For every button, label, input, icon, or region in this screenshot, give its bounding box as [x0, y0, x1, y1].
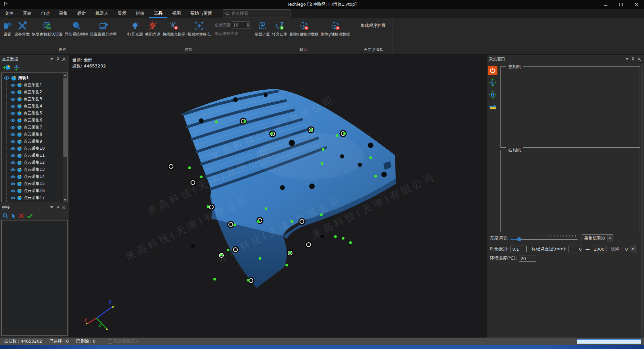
eye-icon[interactable] [10, 182, 15, 186]
sync-clock-button[interactable]: 同步系统时钟 [64, 20, 88, 38]
chevron-down-icon[interactable] [624, 56, 630, 62]
confirm-brightness-button[interactable]: 确认修改亮度 [214, 31, 250, 37]
menu-splice[interactable]: 拼接 [131, 9, 149, 18]
left-camera-view[interactable]: 左相机 [500, 66, 640, 148]
splice-content-area[interactable] [1, 220, 68, 336]
viewport-3d[interactable]: 当前: 全部 点数: 44653202 [69, 55, 487, 338]
tree-scrollbar[interactable]: ▲ ▼ [63, 73, 67, 202]
tree-item[interactable]: 点云采集4 [2, 103, 63, 110]
eye-icon[interactable] [10, 118, 15, 122]
tree-item[interactable]: 点云采集13 [2, 166, 63, 173]
eye-icon[interactable] [10, 104, 15, 108]
menu-file[interactable]: 文件 [0, 9, 18, 18]
marker-min-input[interactable] [569, 246, 583, 252]
maximize-button[interactable] [613, 0, 629, 9]
delete-y-calib-button[interactable]: y 删除y轴校准数据 [320, 20, 350, 38]
video-resolution-button[interactable]: 设置视频分辨率 [90, 20, 117, 38]
marker-max-input[interactable] [592, 246, 606, 252]
scroll-up-icon[interactable]: ▲ [63, 73, 67, 77]
chevron-down-icon[interactable] [49, 56, 55, 62]
add-pointcloud-icon[interactable] [3, 65, 10, 70]
eye-icon[interactable] [10, 83, 15, 87]
load-program-extension-button[interactable]: 加载程序扩展 [357, 20, 389, 31]
tree-item[interactable]: 点云采集14 [2, 173, 63, 180]
eye-icon[interactable] [10, 90, 15, 94]
eye-icon[interactable] [10, 140, 15, 144]
close-panel-icon[interactable] [61, 205, 67, 210]
tree-item[interactable]: 点云采集6 [2, 117, 63, 124]
tree-item[interactable]: 点云采集11 [2, 152, 63, 159]
tree-item[interactable]: 点云采集8 [2, 131, 63, 138]
zoom-select-icon[interactable] [3, 213, 8, 218]
menu-auto[interactable]: 自动 [36, 9, 54, 18]
eye-icon[interactable] [10, 154, 15, 158]
pin-icon[interactable] [55, 56, 61, 62]
minimize-button[interactable] [598, 0, 613, 9]
menu-start[interactable]: 开始 [18, 9, 36, 18]
eye-icon[interactable] [4, 76, 9, 80]
close-button[interactable] [629, 0, 644, 9]
delete-selection-icon[interactable] [19, 213, 24, 218]
left-camera-button[interactable]: L [488, 78, 497, 87]
confirm-selection-icon[interactable] [27, 214, 33, 218]
tree-item[interactable]: 点云采集9 [2, 138, 63, 145]
scroll-thumb[interactable] [63, 78, 67, 157]
checkbox-icon[interactable] [108, 339, 112, 344]
tree-item[interactable]: 点云采集1 [2, 82, 63, 89]
eye-icon[interactable] [10, 133, 15, 137]
eye-icon[interactable] [10, 111, 15, 115]
focus-mark-button[interactable]: 投射对焦标志 [187, 20, 211, 38]
pin-icon[interactable] [630, 56, 636, 62]
delete-x-calib-button[interactable]: x 删除x轴校准数据 [289, 20, 319, 38]
eye-icon[interactable] [10, 97, 15, 101]
eye-icon[interactable] [10, 126, 15, 130]
stabilize-combo[interactable]: 0 ▼ [623, 245, 636, 253]
chevron-down-icon[interactable]: ▼ [630, 246, 636, 252]
menu-robot[interactable]: 机器人 [91, 9, 113, 18]
spinner-arrows-icon[interactable]: ▲▼ [247, 22, 249, 28]
tree-item[interactable]: 点云采集2 [2, 89, 63, 96]
light-off-button[interactable]: 关闭光源 [145, 20, 161, 38]
tree-item[interactable]: 点云采集7 [2, 124, 63, 131]
eye-icon[interactable] [10, 161, 15, 165]
capture-range-combo[interactable]: 采集范围:0 ▼ [582, 234, 613, 242]
eye-icon[interactable] [10, 196, 15, 200]
menu-capture[interactable]: 采集 [54, 9, 72, 18]
menu-display[interactable]: 显示 [113, 9, 131, 18]
panel-scrollbar[interactable] [641, 64, 643, 336]
tree-item[interactable]: 点云采集17 [2, 194, 63, 201]
command-search[interactable]: 命令搜索 [223, 9, 290, 17]
tree-item[interactable]: 点云采集12 [2, 159, 63, 166]
swap-cameras-icon[interactable] [488, 102, 497, 111]
turntable-zero-button[interactable]: 0 转台归零 [272, 20, 288, 38]
tree-item[interactable]: 点云采集10 [2, 145, 63, 152]
chevron-down-icon[interactable]: ▼ [607, 235, 613, 242]
close-panel-icon[interactable] [61, 56, 67, 62]
device-constants-button[interactable]: 设备常数 [14, 20, 30, 38]
restore-defaults-button[interactable]: 101010 恢复参数默认设置 [32, 20, 63, 38]
focus-level-input[interactable] [511, 246, 527, 252]
tree-root-item[interactable]: 滑轨1 [2, 74, 63, 82]
cursor-icon[interactable] [11, 213, 16, 218]
eye-icon[interactable] [10, 168, 15, 172]
baseline-calc-button[interactable]: 基线计算 [254, 20, 270, 38]
tree-item[interactable]: 点云采集3 [2, 96, 63, 103]
ambient-temp-input[interactable] [519, 255, 536, 262]
brightness-slider[interactable] [511, 235, 578, 242]
settings-button[interactable]: 设置 [2, 20, 13, 38]
camera-power-button[interactable] [488, 66, 497, 75]
menu-view[interactable]: 视图 [167, 9, 185, 18]
eye-icon[interactable] [10, 189, 15, 193]
menu-calibration[interactable]: 标定 [72, 9, 91, 18]
pin-icon[interactable] [55, 205, 61, 210]
brightness-spinbox[interactable]: 10 ▲▼ [232, 21, 250, 29]
right-camera-view[interactable]: 右相机 [500, 150, 640, 232]
menu-help[interactable]: 帮助与更新 [185, 9, 217, 18]
chevron-down-icon[interactable] [49, 205, 55, 210]
tree-item[interactable]: 点云采集16 [2, 187, 63, 194]
eye-icon[interactable] [10, 147, 15, 151]
tree-item[interactable]: 点云采集15 [2, 180, 63, 187]
scan-scene[interactable]: 来高科技(天津)有限公司来高科技(天津)有限公司来高科技(天津)有限公司来高科技… [69, 55, 487, 338]
reorder-icon[interactable] [13, 65, 19, 70]
eye-icon[interactable] [10, 175, 15, 179]
